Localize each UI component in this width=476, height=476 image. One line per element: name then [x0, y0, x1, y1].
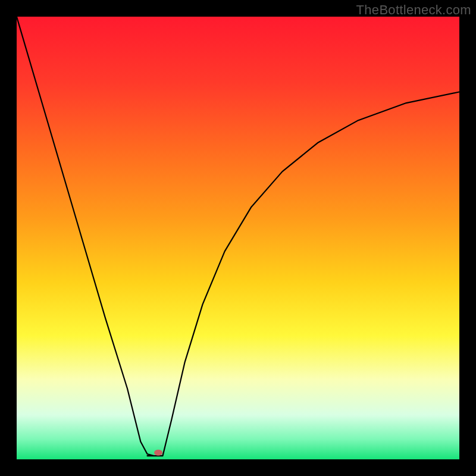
- chart-frame: TheBottleneck.com: [0, 0, 476, 476]
- optimal-point-marker: [154, 450, 162, 456]
- watermark-label: TheBottleneck.com: [356, 2, 471, 18]
- chart-canvas: [17, 17, 459, 459]
- gradient-background: [17, 17, 459, 459]
- plot-area: [17, 17, 459, 459]
